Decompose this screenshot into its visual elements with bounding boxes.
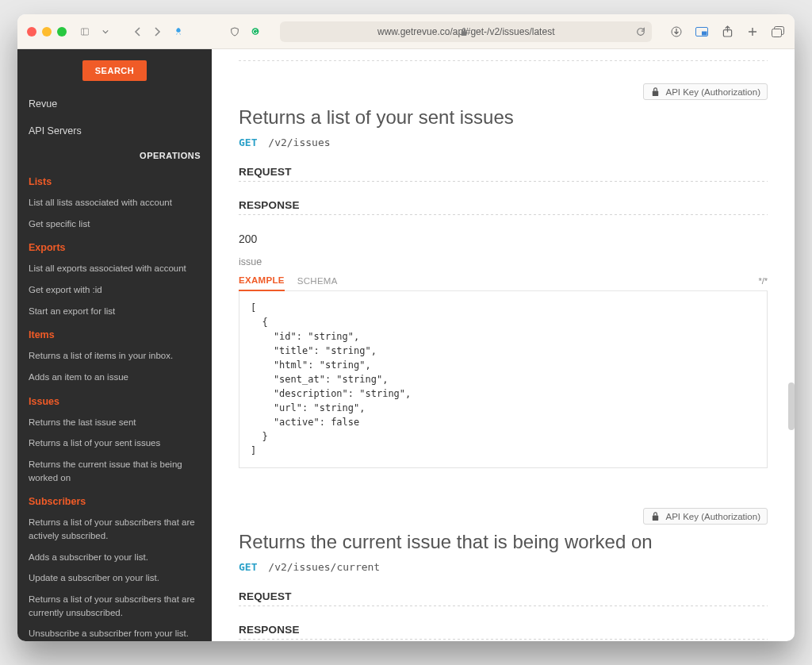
tabs-overview-icon[interactable] bbox=[771, 25, 785, 39]
shield-icon[interactable] bbox=[228, 25, 242, 39]
apikey-badge[interactable]: API Key (Authorization) bbox=[643, 83, 768, 100]
svg-rect-11 bbox=[653, 516, 658, 521]
pip-icon[interactable] bbox=[695, 25, 709, 39]
sidebar-toggle-icon[interactable] bbox=[78, 25, 92, 39]
sidebar-operation[interactable]: Returns the current issue that is being … bbox=[17, 454, 212, 488]
minimize-window-button[interactable] bbox=[42, 27, 52, 37]
apikey-label: API Key (Authorization) bbox=[665, 87, 760, 97]
http-path: /v2/issues bbox=[268, 136, 330, 148]
endpoint-section: API Key (Authorization) Returns a list o… bbox=[239, 83, 768, 468]
sidebar-operation[interactable]: Returns a list of your subscribers that … bbox=[17, 589, 212, 623]
svg-rect-9 bbox=[772, 29, 782, 37]
tab-schema[interactable]: SCHEMA bbox=[297, 271, 338, 290]
sidebar-group-exports[interactable]: Exports bbox=[17, 234, 212, 258]
status-code: 200 bbox=[239, 233, 768, 245]
extension-rocket-icon[interactable] bbox=[171, 25, 186, 39]
model-label: issue bbox=[239, 256, 768, 267]
sidebar-operation[interactable]: Returns a list of your subscribers that … bbox=[17, 512, 212, 546]
chevron-down-icon[interactable] bbox=[98, 25, 113, 39]
fullscreen-window-button[interactable] bbox=[57, 27, 67, 37]
sidebar-group-lists[interactable]: Lists bbox=[17, 168, 212, 192]
sidebar-operation[interactable]: Returns a list of items in your inbox. bbox=[17, 345, 212, 367]
sidebar-operation[interactable]: List all lists associated with account bbox=[17, 192, 212, 213]
sidebar-group-subscribers[interactable]: Subscribers bbox=[17, 488, 212, 512]
svg-rect-6 bbox=[702, 31, 707, 35]
tab-example[interactable]: EXAMPLE bbox=[239, 271, 285, 291]
sidebar-link-revue[interactable]: Revue bbox=[17, 90, 212, 117]
method-path: GET /v2/issues bbox=[239, 136, 768, 148]
operations-heading: OPERATIONS bbox=[17, 144, 212, 168]
nav-back-icon[interactable] bbox=[130, 25, 144, 39]
svg-rect-3 bbox=[462, 31, 467, 36]
sidebar-operation[interactable]: Update a subscriber on your list. bbox=[17, 567, 212, 589]
method-path: GET /v2/issues/current bbox=[239, 561, 768, 573]
endpoint-title: Returns a list of your sent issues bbox=[239, 106, 768, 129]
divider bbox=[239, 605, 768, 606]
nav-forward-icon[interactable] bbox=[151, 25, 165, 39]
mime-type: */* bbox=[758, 276, 768, 290]
svg-rect-10 bbox=[653, 91, 658, 97]
reload-icon[interactable] bbox=[636, 27, 645, 37]
browser-toolbar: www.getrevue.co/api#get-/v2/issues/lates… bbox=[17, 14, 795, 49]
sidebar-operation[interactable]: Unsubscribe a subscriber from your list. bbox=[17, 623, 212, 641]
browser-window: www.getrevue.co/api#get-/v2/issues/lates… bbox=[17, 14, 795, 641]
divider bbox=[239, 181, 768, 182]
scrollbar-thumb[interactable] bbox=[788, 382, 795, 430]
sidebar-group-issues[interactable]: Issues bbox=[17, 388, 212, 412]
downloads-icon[interactable] bbox=[669, 25, 684, 39]
sidebar-operation[interactable]: Returns a list of your sent issues bbox=[17, 432, 212, 454]
response-heading: RESPONSE bbox=[239, 199, 768, 211]
apikey-label: API Key (Authorization) bbox=[665, 512, 760, 521]
sidebar-group-items[interactable]: Items bbox=[17, 321, 212, 345]
close-window-button[interactable] bbox=[27, 27, 36, 37]
window-controls bbox=[27, 27, 67, 37]
http-verb: GET bbox=[239, 561, 257, 573]
address-bar[interactable]: www.getrevue.co/api#get-/v2/issues/lates… bbox=[280, 21, 652, 42]
response-tabs: EXAMPLE SCHEMA */* bbox=[239, 271, 768, 291]
svg-rect-0 bbox=[81, 28, 88, 34]
example-code[interactable]: [ { "id": "string", "title": "string", "… bbox=[239, 291, 768, 468]
divider bbox=[239, 214, 768, 215]
sidebar-operation[interactable]: Get specific list bbox=[17, 213, 212, 235]
apikey-badge[interactable]: API Key (Authorization) bbox=[643, 508, 768, 525]
sidebar-operation[interactable]: List all exports associated with account bbox=[17, 258, 212, 279]
search-button[interactable]: SEARCH bbox=[82, 60, 147, 81]
sidebar-operation[interactable]: Start an export for list bbox=[17, 301, 212, 322]
request-heading: REQUEST bbox=[239, 166, 768, 178]
http-verb: GET bbox=[239, 136, 257, 148]
sidebar-operation[interactable]: Adds a subscriber to your list. bbox=[17, 547, 212, 568]
sidebar-operation[interactable]: Returns the last issue sent bbox=[17, 412, 212, 433]
http-path: /v2/issues/current bbox=[268, 561, 380, 573]
divider bbox=[239, 639, 768, 640]
sidebar-link-api-servers[interactable]: API Servers bbox=[17, 117, 212, 144]
sidebar-operation[interactable]: Adds an item to an issue bbox=[17, 367, 212, 388]
sidebar-operation[interactable]: Get export with :id bbox=[17, 279, 212, 301]
share-icon[interactable] bbox=[720, 25, 734, 39]
app-body: SEARCH Revue API Servers OPERATIONS List… bbox=[17, 49, 795, 641]
request-heading: REQUEST bbox=[239, 590, 768, 602]
api-content[interactable]: API Key (Authorization) Returns a list o… bbox=[212, 49, 795, 641]
divider bbox=[239, 60, 768, 61]
endpoint-title: Returns the current issue that is being … bbox=[239, 531, 768, 553]
api-sidebar: SEARCH Revue API Servers OPERATIONS List… bbox=[17, 49, 212, 641]
new-tab-icon[interactable] bbox=[745, 25, 760, 39]
response-heading: RESPONSE bbox=[239, 624, 768, 636]
grammarly-icon[interactable] bbox=[248, 25, 262, 39]
endpoint-section: API Key (Authorization) Returns the curr… bbox=[239, 508, 768, 641]
